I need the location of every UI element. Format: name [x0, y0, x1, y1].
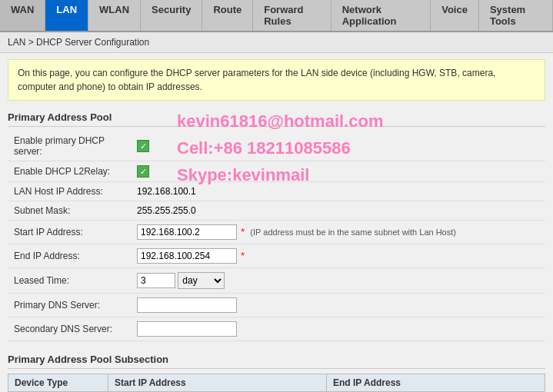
- tab-security[interactable]: Security: [141, 0, 202, 31]
- tab-forward-rules[interactable]: Forward Rules: [253, 0, 331, 31]
- start-ip-hint: (IP address must be in the same subnet w…: [250, 228, 456, 237]
- tab-wan[interactable]: WAN: [0, 0, 45, 31]
- enable-dhcp-label: Enable primary DHCP server:: [8, 131, 131, 161]
- start-ip-required: *: [241, 227, 245, 238]
- info-box: On this page, you can configure the DHCP…: [8, 59, 545, 101]
- enable-l2relay-label: Enable DHCP L2Relay:: [8, 161, 131, 182]
- end-ip-input[interactable]: [137, 248, 237, 264]
- tab-voice[interactable]: Voice: [431, 0, 479, 31]
- breadcrumb: LAN > DHCP Server Configuration: [0, 32, 553, 53]
- tab-route[interactable]: Route: [202, 0, 253, 31]
- subsection-title: Primary Address Pool Subsection: [8, 349, 545, 369]
- lease-time-unit-select[interactable]: day hour minute: [178, 272, 225, 289]
- start-ip-input[interactable]: [137, 224, 237, 240]
- col-end-ip: End IP Address: [327, 374, 545, 392]
- secondary-dns-row: Secondary DNS Server:: [8, 317, 545, 341]
- tab-system-tools[interactable]: System Tools: [479, 0, 553, 31]
- tab-lan[interactable]: LAN: [45, 0, 88, 31]
- subsection-table: Device Type Start IP Address End IP Addr…: [8, 374, 545, 392]
- primary-pool-form: Enable primary DHCP server: ✓ Enable DHC…: [8, 131, 545, 341]
- start-ip-label: Start IP Address:: [8, 221, 131, 244]
- primary-dns-label: Primary DNS Server:: [8, 294, 131, 317]
- lan-host-ip-value: 192.168.100.1: [131, 182, 545, 201]
- subnet-mask-row: Subnet Mask: 255.255.255.0: [8, 201, 545, 221]
- top-nav: WAN LAN WLAN Security Route Forward Rule…: [0, 0, 553, 32]
- end-ip-label: End IP Address:: [8, 244, 131, 268]
- col-device-type: Device Type: [8, 374, 108, 392]
- secondary-dns-input[interactable]: [137, 321, 237, 337]
- start-ip-row: Start IP Address: * (IP address must be …: [8, 221, 545, 244]
- lease-time-label: Leased Time:: [8, 268, 131, 294]
- main-content: Primary Address Pool Enable primary DHCP…: [0, 107, 553, 392]
- lease-time-row: Leased Time: day hour minute: [8, 268, 545, 294]
- end-ip-required: *: [241, 251, 245, 261]
- tab-network-application[interactable]: Network Application: [331, 0, 431, 31]
- tab-wlan[interactable]: WLAN: [88, 0, 141, 31]
- lease-time-input[interactable]: [137, 273, 175, 288]
- lan-host-ip-row: LAN Host IP Address: 192.168.100.1: [8, 182, 545, 201]
- enable-l2relay-row: Enable DHCP L2Relay: ✓: [8, 161, 545, 182]
- subnet-mask-label: Subnet Mask:: [8, 201, 131, 221]
- subsection-header-row: Device Type Start IP Address End IP Addr…: [8, 374, 545, 392]
- end-ip-row: End IP Address: *: [8, 244, 545, 268]
- enable-dhcp-row: Enable primary DHCP server: ✓: [8, 131, 545, 161]
- col-start-ip: Start IP Address: [108, 374, 327, 392]
- primary-dns-input[interactable]: [137, 297, 237, 313]
- enable-dhcp-checkbox[interactable]: ✓: [137, 140, 149, 152]
- primary-pool-title: Primary Address Pool: [8, 107, 545, 127]
- primary-dns-row: Primary DNS Server:: [8, 294, 545, 317]
- lan-host-ip-label: LAN Host IP Address:: [8, 182, 131, 201]
- enable-l2relay-checkbox[interactable]: ✓: [137, 165, 149, 178]
- secondary-dns-label: Secondary DNS Server:: [8, 317, 131, 341]
- subnet-mask-value: 255.255.255.0: [131, 201, 545, 221]
